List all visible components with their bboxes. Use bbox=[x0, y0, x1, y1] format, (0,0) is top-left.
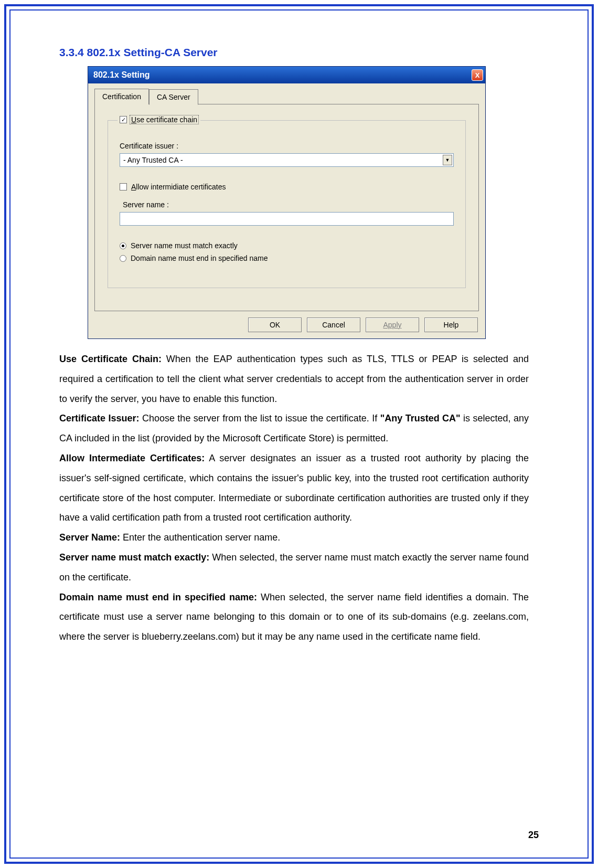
page-number: 25 bbox=[528, 830, 539, 841]
radio-domain-end-label: Domain name must end in specified name bbox=[131, 254, 268, 262]
cert-issuer-value: - Any Trusted CA - bbox=[123, 156, 183, 164]
desc-match-exact-label: Server name must match exactly: bbox=[59, 552, 209, 563]
body-text: Use Certificate Chain: When the EAP auth… bbox=[59, 350, 529, 647]
dropdown-arrow-icon: ▼ bbox=[443, 155, 452, 165]
tab-content: ✓ Use certificate chain Certificate issu… bbox=[94, 104, 479, 311]
radio-domain-end-row: Domain name must end in specified name bbox=[120, 254, 454, 262]
desc-cert-issuer-text-a: Choose the server from the list to issue… bbox=[139, 413, 380, 424]
tabs: Certification CA Server bbox=[94, 89, 479, 104]
cancel-button[interactable]: Cancel bbox=[307, 317, 360, 332]
section-heading: 3.3.4 802.1x Setting-CA Server bbox=[59, 46, 529, 59]
server-name-input[interactable] bbox=[120, 212, 454, 226]
use-cert-chain-label: Use certificate chain bbox=[130, 115, 198, 124]
radio-match-exactly-row: Server name must match exactly bbox=[120, 241, 454, 250]
tab-certification[interactable]: Certification bbox=[94, 89, 149, 104]
radio-match-exactly-label: Server name must match exactly bbox=[131, 241, 238, 250]
allow-intermediate-checkbox[interactable] bbox=[120, 183, 127, 190]
desc-domain-end-label: Domain name must end in specified name: bbox=[59, 592, 257, 602]
help-button[interactable]: Help bbox=[424, 317, 478, 332]
tab-ca-server[interactable]: CA Server bbox=[149, 89, 198, 105]
titlebar: 802.1x Setting X bbox=[88, 67, 485, 83]
allow-intermediate-label: Allow intermidiate certificates bbox=[131, 183, 226, 191]
allow-intermediate-row: Allow intermidiate certificates bbox=[120, 183, 454, 191]
use-cert-chain-checkbox[interactable]: ✓ bbox=[120, 116, 127, 123]
desc-cert-issuer-bold: "Any Trusted CA" bbox=[380, 413, 461, 424]
use-cert-chain-row: ✓ Use certificate chain bbox=[118, 115, 200, 124]
close-button[interactable]: X bbox=[472, 69, 483, 81]
groupbox-use-cert-chain: ✓ Use certificate chain Certificate issu… bbox=[108, 120, 466, 288]
radio-domain-end[interactable] bbox=[120, 255, 126, 262]
server-name-label: Server name : bbox=[123, 200, 454, 209]
desc-allow-int-label: Allow Intermediate Certificates: bbox=[59, 453, 205, 463]
radio-match-exactly[interactable] bbox=[120, 242, 126, 249]
desc-use-cert-chain-label: Use Certificate Chain: bbox=[59, 354, 162, 364]
close-icon: X bbox=[475, 71, 480, 79]
ok-button[interactable]: OK bbox=[248, 317, 302, 332]
desc-server-name-label: Server Name: bbox=[59, 532, 120, 543]
cert-issuer-dropdown[interactable]: - Any Trusted CA - ▼ bbox=[120, 153, 454, 167]
cert-issuer-label: Certificate issuer : bbox=[120, 142, 454, 150]
apply-button[interactable]: Apply bbox=[366, 317, 419, 332]
page-content: 3.3.4 802.1x Setting-CA Server 802.1x Se… bbox=[59, 46, 529, 647]
tab-area: Certification CA Server ✓ Use certificat… bbox=[88, 83, 485, 311]
dialog-title: 802.1x Setting bbox=[93, 70, 150, 80]
dialog-802-1x-setting: 802.1x Setting X Certification CA Server… bbox=[88, 66, 486, 339]
desc-cert-issuer-label: Certificate Issuer: bbox=[59, 413, 139, 424]
button-row: OK Cancel Apply Help bbox=[88, 311, 485, 338]
desc-server-name-text: Enter the authentication server name. bbox=[120, 532, 280, 543]
